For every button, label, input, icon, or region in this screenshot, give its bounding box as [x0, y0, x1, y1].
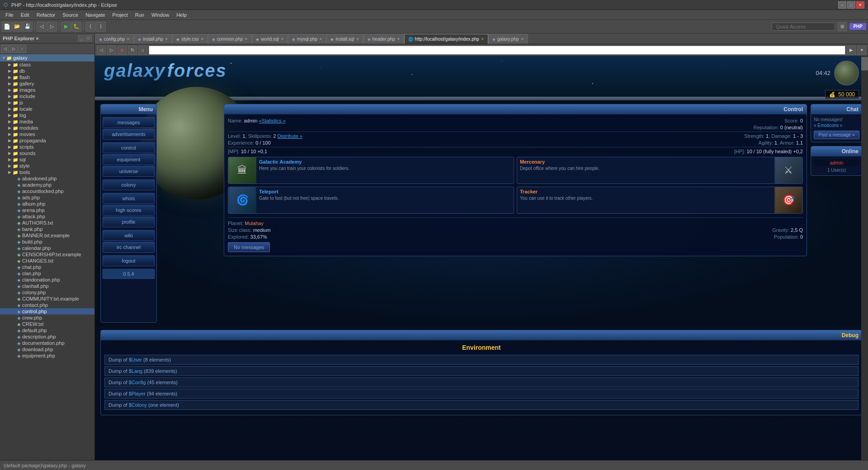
tree-item-class[interactable]: ▶ 📁 class [0, 61, 94, 68]
menu-file[interactable]: File [2, 11, 17, 19]
feature-card-tracker[interactable]: Tracker You can use it to track other pl… [517, 187, 803, 214]
tab-config[interactable]: ◈ config.php ✕ [95, 34, 134, 44]
tab-galaxy-index-close[interactable]: ✕ [481, 37, 484, 41]
tab-style-close[interactable]: ✕ [201, 37, 204, 41]
tree-item-scripts[interactable]: ▶ 📁 scripts [0, 144, 94, 150]
player-stats-link[interactable]: «Statistics » [259, 118, 286, 123]
menu-item-irc[interactable]: irc channel [103, 242, 155, 253]
menu-item-wiki[interactable]: wiki [103, 230, 155, 241]
tree-file-contact[interactable]: ◈ contact.php [0, 302, 94, 308]
tree-file-authors[interactable]: ◈ AUTHORS.txt [0, 220, 94, 226]
tree-item-gallery[interactable]: ▶ 📁 gallery [0, 80, 94, 87]
tree-file-clandonation[interactable]: ◈ clandonation.php [0, 277, 94, 283]
tree-file-banner[interactable]: ◈ BANNER.txt.example [0, 232, 94, 239]
menu-refactor[interactable]: Refactor [33, 11, 59, 19]
tree-file-clan[interactable]: ◈ clan.php [0, 270, 94, 277]
quick-access-input[interactable] [772, 23, 835, 31]
tab-mysql[interactable]: ◈ mysql.php ✕ [288, 34, 327, 44]
tree-file-crew[interactable]: ◈ crew.php [0, 315, 94, 321]
tree-item-style[interactable]: ▶ 📁 style [0, 163, 94, 169]
tab-worldsql[interactable]: ◈ world.sql ✕ [252, 34, 288, 44]
menu-help[interactable]: Help [173, 11, 190, 19]
menu-source[interactable]: Source [59, 11, 82, 19]
tree-item-log[interactable]: ▶ 📁 log [0, 112, 94, 118]
tab-config-close[interactable]: ✕ [127, 37, 130, 41]
distribute-link[interactable]: Distribute » [277, 133, 302, 139]
tree-item-sounds[interactable]: ▶ 📁 sounds [0, 150, 94, 156]
menu-item-highscores[interactable]: high scores [103, 205, 155, 216]
tree-item-modules[interactable]: ▶ 📁 modules [0, 125, 94, 131]
tree-file-default[interactable]: ◈ default.php [0, 327, 94, 334]
toolbar-forward[interactable]: ▷ [47, 22, 57, 32]
browser-back[interactable]: ◁ [97, 46, 106, 55]
tree-file-attack[interactable]: ◈ attack.php [0, 213, 94, 220]
tree-item-sql[interactable]: ▶ 📁 sql [0, 156, 94, 163]
tree-item-js[interactable]: ▶ 📁 js [0, 99, 94, 106]
explorer-forward[interactable]: ▷ [9, 45, 18, 53]
menu-item-control[interactable]: control [103, 142, 155, 153]
tree-file-colony[interactable]: ◈ colony.php [0, 289, 94, 296]
tree-item-include[interactable]: ▶ 📁 include [0, 93, 94, 99]
address-bar-input[interactable]: http://localhost/galaxy/control.php [149, 46, 845, 55]
tab-header-close[interactable]: ✕ [397, 37, 400, 41]
tree-item-db[interactable]: ▶ 📁 db [0, 68, 94, 74]
tree-item-tools[interactable]: ▶ 📁 tools [0, 169, 94, 175]
tree-item-images[interactable]: ▶ 📁 images [0, 87, 94, 93]
tree-file-censorship[interactable]: ◈ CENSORSHIP.txt.example [0, 251, 94, 258]
tree-file-download[interactable]: ◈ download.php [0, 346, 94, 352]
tree-file-community[interactable]: ◈ COMMUNITY.txt.example [0, 296, 94, 302]
menu-item-logout[interactable]: logout [103, 255, 155, 266]
chat-emoticons-link[interactable]: » Emoticons « [814, 123, 859, 128]
tree-file-abandoned[interactable]: ◈ abandoned.php [0, 175, 94, 182]
explorer-up[interactable]: ↑ [18, 45, 26, 53]
tree-file-ads[interactable]: ◈ ads.php [0, 194, 94, 201]
tab-galaxy-php-close[interactable]: ✕ [521, 37, 524, 41]
feature-card-mercenary[interactable]: Mercenary Depot office where you can hir… [517, 157, 803, 184]
tree-file-chat[interactable]: ◈ chat.php [0, 264, 94, 270]
toolbar-back[interactable]: ◁ [37, 22, 47, 32]
debug-item-player[interactable]: Dump of $Player (94 elements) [104, 389, 859, 399]
menu-edit[interactable]: Edit [17, 11, 33, 19]
menu-item-colony[interactable]: colony [103, 179, 155, 190]
browser-stop[interactable]: ■ [118, 46, 127, 55]
toolbar-extra2[interactable]: ⟩ [96, 22, 106, 32]
tab-common[interactable]: ◈ common.php ✕ [208, 34, 252, 44]
toolbar-extra1[interactable]: ⟨ [85, 22, 95, 32]
tab-install[interactable]: ◈ install.php ✕ [134, 34, 172, 44]
browser-home[interactable]: ⌂ [138, 46, 147, 55]
tree-file-changes[interactable]: ◈ CHANGES.txt [0, 258, 94, 264]
tab-installsql[interactable]: ◈ install.sql ✕ [326, 34, 363, 44]
menu-navigate[interactable]: Navigate [82, 11, 108, 19]
tree-file-crewtxt[interactable]: ◈ CREW.txt [0, 321, 94, 327]
browser-refresh[interactable]: ↻ [128, 46, 137, 55]
browser-go[interactable]: ▶ [847, 46, 856, 55]
menu-item-advertisements[interactable]: advertisements [103, 129, 155, 140]
feature-card-academy[interactable]: 🏛 Galactic Academy Here you can train yo… [228, 157, 514, 184]
tree-file-description[interactable]: ◈ description.php [0, 334, 94, 340]
tab-mysql-close[interactable]: ✕ [319, 37, 322, 41]
menu-run[interactable]: Run [132, 11, 148, 19]
minimize-button[interactable]: – [838, 1, 846, 9]
menu-project[interactable]: Project [109, 11, 132, 19]
tab-style[interactable]: ◈ style.css ✕ [172, 34, 208, 44]
tab-worldsql-close[interactable]: ✕ [281, 37, 284, 41]
post-message-button[interactable]: Post a message » [814, 131, 859, 139]
tree-file-academy[interactable]: ◈ academy.php [0, 182, 94, 188]
explorer-minimize[interactable]: _ [78, 35, 85, 42]
tree-file-bank[interactable]: ◈ bank.php [0, 226, 94, 232]
tree-item-propaganda[interactable]: ▶ 📁 propaganda [0, 137, 94, 144]
tree-item-locale[interactable]: ▶ 📁 locale [0, 106, 94, 112]
browser-dropdown[interactable]: ▾ [857, 46, 866, 55]
menu-item-universe[interactable]: universe [103, 166, 155, 177]
tab-header[interactable]: ◈ header.php ✕ [363, 34, 404, 44]
tab-installsql-close[interactable]: ✕ [356, 37, 359, 41]
menu-item-profile[interactable]: profile [103, 216, 155, 227]
debug-item-lang[interactable]: Dump of $Lang (839 elements) [104, 366, 859, 376]
toolbar-debug[interactable]: 🐛 [71, 22, 81, 32]
tree-file-album[interactable]: ◈ album.php [0, 201, 94, 207]
php-badge[interactable]: PHP [849, 23, 866, 30]
tree-item-flash[interactable]: ▶ 📁 flash [0, 74, 94, 80]
toolbar-open[interactable]: 📂 [12, 22, 22, 32]
no-messages-button[interactable]: No messages [228, 242, 270, 252]
tree-file-documentation[interactable]: ◈ documentation.php [0, 340, 94, 346]
